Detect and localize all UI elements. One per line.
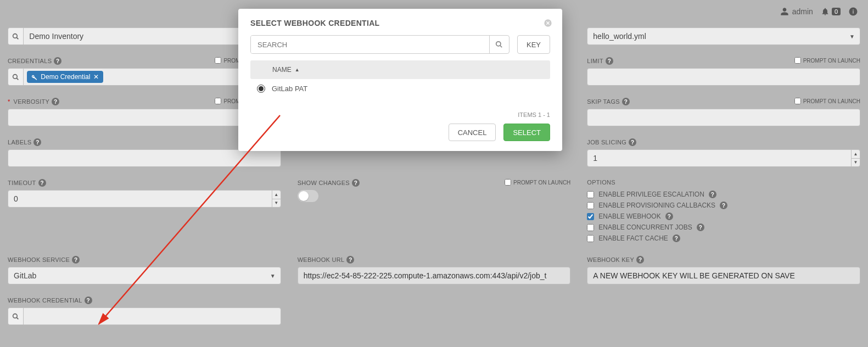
select-button[interactable]: SELECT (503, 124, 550, 141)
skiptags-prompt[interactable]: PROMPT ON LAUNCH (794, 98, 860, 104)
opt-fact-cache[interactable]: ENABLE FACT CACHE? (587, 233, 860, 244)
showchanges-prompt-checkbox[interactable] (505, 179, 511, 186)
modal-search-input[interactable] (251, 36, 489, 53)
modal-search-group (250, 35, 509, 54)
spin-down-icon[interactable]: ▼ (852, 159, 860, 167)
opt-label: ENABLE WEBHOOK (598, 212, 660, 220)
webhook-credential-input[interactable] (23, 307, 281, 325)
spinner[interactable]: ▲▼ (272, 191, 281, 207)
svg-point-3 (13, 74, 18, 79)
credential-chip-label: Demo Credential (41, 73, 90, 81)
sort-asc-icon[interactable]: ▲ (295, 67, 300, 72)
search-icon (12, 74, 19, 81)
opt-enable-webhook[interactable]: ENABLE WEBHOOK? (587, 211, 860, 222)
playbook-field: ▼ (587, 27, 860, 45)
inventory-search-button[interactable] (8, 27, 23, 45)
limit-input[interactable] (587, 68, 860, 86)
key-button[interactable]: KEY (517, 35, 550, 54)
webhook-service-field: WEBHOOK SERVICE ? ▼ (8, 256, 281, 284)
help-icon[interactable]: ? (636, 256, 644, 264)
help-icon[interactable]: ? (673, 234, 680, 242)
search-icon (12, 313, 19, 320)
prompt-label: PROMPT ON LAUNCH (513, 180, 570, 186)
cancel-button[interactable]: CANCEL (449, 124, 496, 141)
user-icon (780, 7, 789, 16)
limit-label: LIMIT (587, 58, 603, 64)
opt-priv-esc[interactable]: ENABLE PRIVILEGE ESCALATION? (587, 189, 860, 200)
webhook-key-input[interactable] (587, 267, 860, 284)
notifications[interactable]: 0 (821, 7, 841, 16)
webhook-service-label: WEBHOOK SERVICE (8, 256, 70, 263)
search-icon (495, 41, 503, 48)
showchanges-toggle[interactable] (298, 190, 318, 202)
labels-input[interactable] (8, 149, 281, 167)
help-icon[interactable]: ? (33, 138, 41, 146)
help-icon[interactable]: ? (85, 296, 92, 304)
skiptags-field: SKIP TAGS ? PROMPT ON LAUNCH (587, 98, 860, 126)
help-icon[interactable]: ? (346, 256, 354, 264)
labels-label: LABELS (8, 139, 31, 145)
skiptags-prompt-checkbox[interactable] (794, 98, 801, 104)
webhook-url-field: WEBHOOK URL ? (298, 256, 571, 284)
credentials-label: CREDENTIALS (8, 58, 52, 64)
help-icon[interactable]: ? (629, 138, 636, 146)
opt-fact-cache-checkbox[interactable] (587, 235, 594, 242)
skiptags-input[interactable] (587, 109, 860, 126)
help-icon[interactable]: ? (709, 191, 716, 198)
credentials-prompt-checkbox[interactable] (215, 57, 221, 64)
credentials-search-button[interactable] (8, 68, 23, 86)
close-icon[interactable]: ✕ (93, 73, 99, 81)
verbosity-prompt-checkbox[interactable] (215, 98, 221, 104)
row-radio[interactable] (257, 85, 265, 93)
modal-search-button[interactable] (489, 36, 509, 53)
opt-concurrent-jobs-checkbox[interactable] (587, 224, 594, 231)
showchanges-prompt[interactable]: PROMPT ON LAUNCH (505, 179, 570, 186)
spin-up-icon[interactable]: ▲ (272, 191, 281, 199)
help-icon[interactable]: ? (665, 212, 673, 220)
help-icon[interactable]: ? (720, 202, 727, 209)
limit-prompt-checkbox[interactable] (794, 57, 801, 64)
svg-line-6 (16, 317, 18, 319)
timeout-input[interactable] (8, 190, 281, 208)
opt-enable-webhook-checkbox[interactable] (587, 213, 594, 220)
showchanges-field: SHOW CHANGES ? PROMPT ON LAUNCH (298, 179, 571, 244)
notif-badge: 0 (832, 8, 841, 15)
help-icon[interactable]: ? (606, 57, 613, 65)
svg-point-5 (13, 314, 18, 318)
help-icon[interactable]: ? (38, 179, 46, 187)
spin-up-icon[interactable]: ▲ (852, 150, 860, 159)
col-name[interactable]: NAME (272, 66, 292, 74)
select-webhook-credential-modal: SELECT WEBHOOK CREDENTIAL KEY NAME ▲ Git… (238, 9, 562, 151)
spinner[interactable]: ▲▼ (851, 150, 860, 166)
opt-prov-callbacks[interactable]: ENABLE PROVISIONING CALLBACKS? (587, 200, 860, 211)
chevron-down-icon: ▼ (849, 33, 855, 40)
opt-prov-callbacks-checkbox[interactable] (587, 202, 594, 209)
webhook-service-select[interactable] (8, 267, 281, 284)
webhook-credential-search-button[interactable] (8, 307, 23, 325)
credential-chip[interactable]: Demo Credential ✕ (27, 71, 103, 83)
help-icon[interactable]: ? (54, 57, 61, 65)
jobslicing-input[interactable] (587, 149, 860, 167)
spin-down-icon[interactable]: ▼ (272, 199, 281, 208)
opt-label: ENABLE FACT CACHE (598, 234, 668, 242)
user-menu[interactable]: admin (780, 7, 813, 16)
help-icon[interactable]: ? (697, 223, 704, 231)
webhook-key-field: WEBHOOK KEY ? (587, 256, 860, 284)
opt-priv-esc-checkbox[interactable] (587, 191, 594, 198)
help-icon[interactable]: ? (72, 256, 80, 264)
timeout-field: TIMEOUT ? ▲▼ (8, 179, 281, 244)
info-icon[interactable] (848, 7, 858, 16)
timeout-label: TIMEOUT (8, 180, 36, 186)
help-icon[interactable]: ? (622, 98, 630, 105)
help-icon[interactable]: ? (52, 98, 59, 105)
playbook-select[interactable] (587, 27, 860, 45)
webhook-url-input[interactable] (298, 267, 571, 284)
opt-concurrent-jobs[interactable]: ENABLE CONCURRENT JOBS? (587, 222, 860, 233)
help-icon[interactable]: ? (352, 179, 360, 187)
options-field: OPTIONS ENABLE PRIVILEGE ESCALATION? ENA… (587, 179, 860, 244)
limit-prompt[interactable]: PROMPT ON LAUNCH (794, 57, 860, 64)
table-row[interactable]: GitLab PAT (250, 79, 550, 98)
opt-label: ENABLE PRIVILEGE ESCALATION (598, 191, 704, 198)
close-icon[interactable] (544, 19, 552, 27)
items-info: ITEMS 1 - 1 (250, 111, 550, 118)
